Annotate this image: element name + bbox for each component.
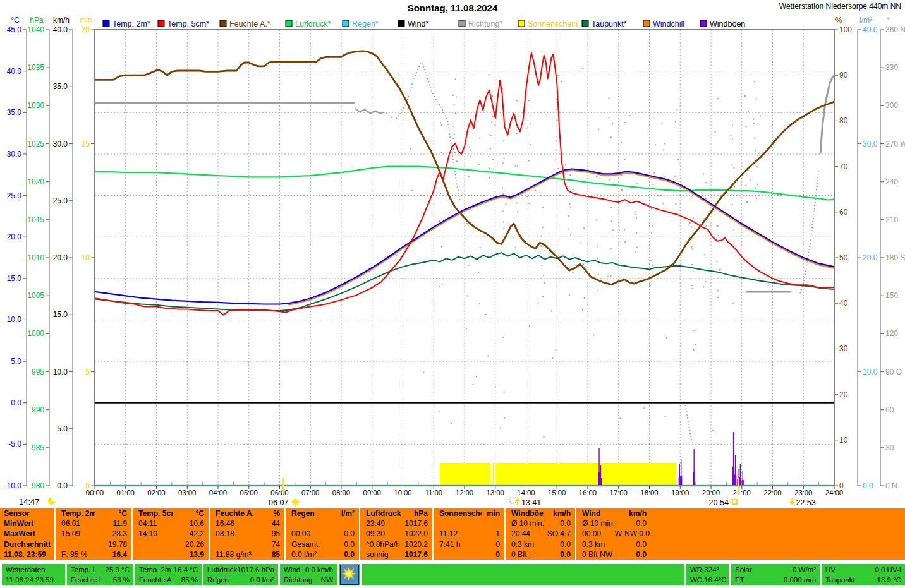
direction-dot [636, 217, 637, 219]
direction-dot [584, 272, 585, 273]
direction-dot [695, 344, 696, 345]
cell-label: ^0.8hPa/h [360, 539, 402, 549]
direction-dot [611, 221, 612, 222]
cell-value: 95 [255, 529, 284, 539]
axis-right-l/m²: l/m²40.030.020.010.00.0 [858, 16, 878, 490]
direction-dot [516, 202, 518, 203]
direction-dotted [685, 402, 693, 444]
axis-tick-label: 0.0 [57, 481, 68, 490]
direction-dot [704, 254, 705, 255]
legend-item-sonnenschein[interactable]: Sonnenschein [518, 20, 578, 28]
legend-label: Feuchte A.* [229, 20, 270, 28]
legend-item-temp5cm[interactable]: Temp. 5cm* [158, 20, 209, 28]
direction-dot [661, 123, 662, 124]
direction-dot [609, 117, 610, 118]
direction-dot [753, 123, 755, 124]
direction-dot [717, 98, 719, 99]
direction-dot [717, 290, 719, 291]
direction-dot [692, 271, 693, 272]
direction-dot [688, 225, 689, 226]
cell-label: 23:49 [360, 519, 402, 529]
cell-label: 04:11 [133, 519, 173, 529]
summary-cell-luftdruck: 09:301022.0 [359, 529, 432, 539]
status-label: Regen [207, 575, 229, 585]
axis-tick-label: 1000 [27, 329, 44, 338]
axis-tick-label: 100 [839, 25, 852, 34]
page-title: Sonntag, 11.08.2024 [408, 3, 498, 13]
axis-tick-label: 15 [82, 140, 90, 148]
legend-item-luftdruck[interactable]: Luftdruck* [286, 20, 331, 28]
cell-value: 1020.2 [402, 539, 432, 549]
direction-dot [597, 245, 598, 246]
legend-item-temp2m[interactable]: Temp. 2m* [103, 20, 150, 28]
direction-dot [480, 247, 481, 248]
x-axis-label: 09:00 [363, 489, 381, 496]
axis-tick-label: 60 [839, 208, 848, 217]
cell-label: 14:10 [133, 529, 173, 539]
summary-row-minwert: MinWert06:0111.904:1110.616:464423:49101… [0, 519, 905, 529]
summary-cell-sonnenschein: 11:121 [432, 529, 504, 539]
direction-dot [561, 81, 562, 82]
direction-dot [516, 133, 518, 134]
direction-dot [569, 267, 571, 268]
summary-cell-luftdruck: ^0.8hPa/h1020.2 [359, 539, 432, 549]
status-value: 0.0 UV-I [875, 565, 901, 575]
axis-unit: km/h [53, 16, 70, 25]
direction-dot [439, 220, 440, 222]
moon-note-icon [48, 496, 58, 505]
status-value: 85 % [181, 575, 198, 585]
direction-dot [555, 350, 556, 351]
legend-item-feuchtea[interactable]: Feuchte A.* [220, 20, 270, 28]
summary-row-header: 11.08. 23:59 [0, 549, 54, 560]
direction-dot [570, 207, 571, 208]
status-value: 13.9 °C [877, 575, 901, 585]
sunset-icon [732, 500, 737, 504]
summary-row-header: MaxWert [0, 529, 54, 539]
status-label: 11.08.24 23:59 [6, 575, 54, 585]
direction-dot [731, 194, 732, 195]
direction-dot [478, 272, 479, 273]
cell-label: 00:00 [576, 529, 615, 539]
direction-dot [692, 288, 693, 289]
direction-dot [753, 118, 754, 119]
status-value: 0.0 km/h [305, 565, 333, 575]
x-axis-label: 03:00 [178, 489, 196, 496]
direction-dot [504, 417, 505, 419]
legend-item-windben[interactable]: Windböen [700, 20, 745, 28]
cell-value: 0.0 [544, 549, 575, 560]
direction-dot [609, 153, 610, 155]
direction-dot [516, 100, 518, 101]
status-label: ET [735, 575, 744, 585]
summary-cell-feuchtea: 74 [209, 539, 284, 549]
cell-value: 0 [482, 539, 504, 549]
status-label: Solar [735, 565, 752, 575]
cell-label: Ø 10 min. [576, 519, 615, 529]
direction-dot [454, 104, 455, 105]
status-label: UV [825, 565, 835, 575]
cell-label: 16:46 [210, 519, 255, 529]
direction-dot [440, 122, 441, 123]
x-axis-label: 20:00 [702, 489, 720, 496]
cell-label: Feuchte A. [210, 508, 255, 519]
direction-dot [715, 131, 716, 133]
direction-dot [756, 166, 758, 167]
cell-value: 1 [482, 529, 504, 539]
direction-segment [355, 108, 384, 113]
legend-item-regen[interactable]: Regen* [343, 20, 379, 28]
legend-item-wind[interactable]: Wind* [398, 20, 428, 28]
axis-tick-label: 90 O [885, 368, 902, 376]
axis-unit: °C [11, 16, 20, 25]
legend-item-richtung[interactable]: Richtung* [459, 20, 502, 28]
status-value: NW [321, 575, 333, 585]
x-axis-label: 24:00 [825, 489, 843, 496]
direction-dot [621, 189, 623, 191]
legend-item-taupunkt[interactable]: Taupunkt* [582, 20, 627, 28]
cell-value: 0.0 [615, 539, 651, 549]
direction-dot [502, 162, 504, 164]
status-value: 0.0 l/m² [250, 575, 274, 585]
legend-label: Luftdruck* [295, 20, 331, 28]
x-axis: 00:0001:0002:0003:0004:0005:0006:0007:00… [86, 486, 843, 496]
direction-dot [597, 153, 598, 155]
legend-item-windchill[interactable]: Windchill [643, 20, 684, 28]
legend-swatch [459, 20, 465, 27]
